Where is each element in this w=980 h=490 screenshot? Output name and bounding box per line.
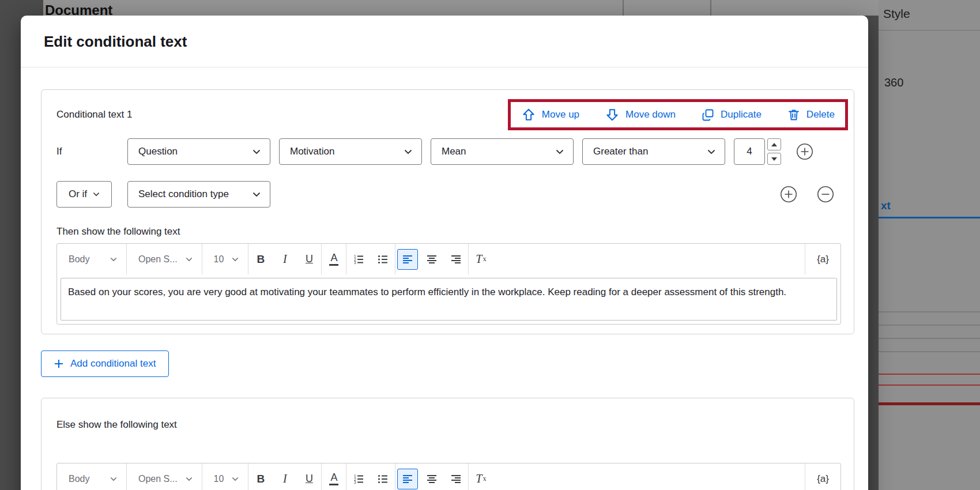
or-if-dropdown[interactable]: Or if: [56, 181, 112, 208]
remove-condition-button[interactable]: [817, 186, 834, 203]
background-rule: [879, 325, 980, 326]
condition-metric-dropdown[interactable]: Mean: [431, 138, 574, 165]
background-360-label: 360: [884, 76, 903, 89]
underline-button[interactable]: U: [297, 244, 321, 274]
text-color-button[interactable]: A: [322, 463, 346, 490]
text-color-button[interactable]: A: [322, 244, 346, 274]
condition-source-dropdown[interactable]: Question: [127, 138, 270, 165]
bold-button[interactable]: B: [248, 463, 273, 490]
triangle-up-icon: [771, 143, 777, 146]
add-conditional-text-button[interactable]: Add conditional text: [41, 350, 169, 377]
paragraph-style-value: Body: [69, 254, 89, 265]
minus-circle-icon: [817, 186, 834, 203]
then-rich-text-editor: Body Open S... 10 B I: [56, 243, 841, 325]
align-right-icon: [450, 473, 462, 485]
move-down-button[interactable]: Move down: [605, 107, 676, 122]
move-up-label: Move up: [542, 109, 579, 120]
chevron-down-icon: [110, 477, 117, 481]
condition-value-input[interactable]: 4: [734, 138, 765, 165]
chevron-down-icon: [232, 477, 239, 481]
font-family-dropdown[interactable]: Open S...: [127, 463, 202, 490]
or-condition-row: Or if Select condition type: [56, 181, 841, 208]
add-condition-button[interactable]: [796, 143, 813, 160]
background-red-rule: [879, 402, 980, 405]
align-left-button[interactable]: [395, 463, 420, 490]
piped-text-button[interactable]: {a}: [805, 473, 840, 485]
background-right-strip: Style 360 xt: [879, 0, 980, 490]
bold-button[interactable]: B: [248, 244, 273, 274]
piped-text-button[interactable]: {a}: [805, 254, 840, 265]
font-family-dropdown[interactable]: Open S...: [127, 244, 202, 274]
clear-formatting-button[interactable]: Tx: [469, 244, 493, 274]
chevron-down-icon: [232, 257, 239, 262]
align-left-icon: [402, 254, 413, 265]
stepper-down-button[interactable]: [767, 153, 781, 165]
condition-row: If Question Motivation Mean Greater than: [56, 138, 841, 165]
arrow-down-icon: [605, 107, 620, 122]
align-center-button[interactable]: [420, 244, 444, 274]
bullet-list-button[interactable]: [371, 244, 395, 274]
clear-formatting-sub: x: [483, 474, 486, 483]
underline-button[interactable]: U: [297, 463, 321, 490]
paragraph-style-dropdown[interactable]: Body: [57, 244, 126, 274]
move-up-button[interactable]: Move up: [521, 107, 579, 122]
chevron-down-icon: [404, 149, 412, 154]
panel-title: Conditional text 1: [56, 109, 132, 120]
select-condition-type-dropdown[interactable]: Select condition type: [127, 181, 270, 208]
active-state: [397, 249, 418, 270]
background-rule: [879, 351, 980, 352]
font-size-dropdown[interactable]: 10: [202, 463, 248, 490]
chevron-down-icon: [110, 257, 117, 262]
align-center-icon: [426, 473, 438, 485]
move-down-label: Move down: [625, 109, 676, 120]
background-xt-label: xt: [881, 199, 891, 212]
chevron-down-icon: [186, 257, 193, 262]
align-center-button[interactable]: [420, 463, 444, 490]
delete-label: Delete: [806, 109, 835, 120]
duplicate-button[interactable]: Duplicate: [701, 108, 762, 122]
stepper-up-button[interactable]: [767, 138, 781, 150]
chevron-down-icon: [93, 192, 100, 197]
background-top-strip: Document: [43, 0, 879, 16]
arrow-up-icon: [521, 107, 536, 122]
italic-button[interactable]: I: [273, 244, 297, 274]
bullet-list-button[interactable]: [371, 463, 395, 490]
font-size-dropdown[interactable]: 10: [202, 244, 248, 274]
clear-formatting-button[interactable]: Tx: [469, 463, 493, 490]
condition-operator-dropdown[interactable]: Greater than: [582, 138, 725, 165]
align-right-button[interactable]: [444, 244, 468, 274]
delete-button[interactable]: Delete: [787, 108, 835, 122]
background-blue-rule: [879, 217, 980, 218]
text-color-glyph: A: [329, 252, 338, 266]
edit-conditional-text-dialog: Edit conditional text Conditional text 1…: [21, 16, 868, 490]
numbered-list-icon: 123: [353, 473, 364, 485]
clear-formatting-glyph: T: [476, 252, 482, 266]
condition-question-dropdown[interactable]: Motivation: [279, 138, 422, 165]
if-label: If: [56, 146, 127, 157]
numbered-list-button[interactable]: 123: [346, 463, 371, 490]
or-if-label: Or if: [69, 189, 87, 200]
then-editor-content[interactable]: Based on your scores, you are very good …: [61, 278, 837, 321]
background-red-rule: [879, 374, 980, 375]
italic-button[interactable]: I: [273, 463, 297, 490]
chevron-down-icon: [556, 149, 564, 154]
chevron-down-icon: [252, 149, 261, 154]
add-conditional-text-label: Add conditional text: [70, 358, 156, 370]
clear-formatting-sub: x: [483, 255, 486, 263]
dropdown-placeholder: Select condition type: [138, 189, 229, 200]
dialog-header: Edit conditional text: [21, 16, 868, 67]
chevron-down-icon: [707, 149, 715, 154]
editor-toolbar: Body Open S... 10 B I: [57, 463, 840, 490]
background-rule: [879, 311, 980, 312]
add-or-condition-button[interactable]: [780, 186, 797, 203]
else-panel: Else show the following text Body Open S…: [41, 398, 854, 490]
align-center-icon: [426, 254, 438, 265]
paragraph-style-dropdown[interactable]: Body: [57, 463, 126, 490]
dropdown-value: Motivation: [290, 146, 334, 157]
align-left-button[interactable]: [395, 244, 420, 274]
duplicate-label: Duplicate: [721, 109, 762, 120]
conditional-text-panel: Conditional text 1 Move up Move down Dup…: [41, 89, 854, 334]
align-right-button[interactable]: [444, 463, 468, 490]
numbered-list-button[interactable]: 123: [346, 244, 371, 274]
dropdown-value: Question: [138, 146, 178, 157]
